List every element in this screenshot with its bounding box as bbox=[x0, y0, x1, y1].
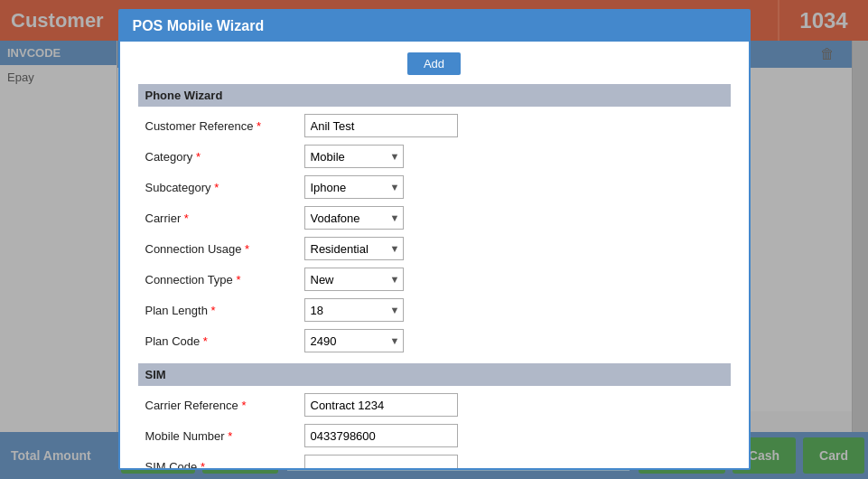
form-row-connection-usage: Connection Usage * Residential ▼ bbox=[138, 233, 731, 264]
modal-overlay: POS Mobile Wizard Add Phone Wizard Custo… bbox=[0, 0, 868, 479]
phone-wizard-form: Customer Reference * Category * bbox=[138, 110, 731, 356]
category-select[interactable]: Mobile bbox=[304, 145, 404, 168]
form-row-mobile-number: Mobile Number * bbox=[138, 420, 731, 451]
carrier-reference-input[interactable] bbox=[304, 393, 458, 417]
carrier-select-wrapper: Vodafone ▼ bbox=[304, 206, 404, 230]
field-plan-length: 18 ▼ bbox=[301, 295, 731, 325]
label-carrier: Carrier * bbox=[138, 202, 301, 233]
label-customer-reference: Customer Reference * bbox=[138, 110, 301, 141]
label-connection-usage: Connection Usage * bbox=[138, 233, 301, 264]
plan-length-select-wrapper: 18 ▼ bbox=[304, 298, 404, 322]
modal-body: Add Phone Wizard Customer Reference * Ca bbox=[120, 42, 749, 468]
connection-type-select[interactable]: New bbox=[304, 268, 404, 291]
label-carrier-reference: Carrier Reference * bbox=[138, 390, 301, 420]
modal-title: POS Mobile Wizard bbox=[120, 11, 749, 42]
label-sim-code: SIM Code * bbox=[138, 451, 301, 468]
form-row-plan-length: Plan Length * 18 ▼ bbox=[138, 295, 731, 325]
label-plan-code: Plan Code * bbox=[138, 325, 301, 356]
customer-reference-input[interactable] bbox=[304, 114, 458, 137]
subcategory-select-wrapper: Iphone ▼ bbox=[304, 175, 404, 199]
label-connection-type: Connection Type * bbox=[138, 264, 301, 295]
label-mobile-number: Mobile Number * bbox=[138, 420, 301, 451]
connection-usage-select[interactable]: Residential bbox=[304, 237, 404, 260]
form-row-subcategory: Subcategory * Iphone ▼ bbox=[138, 172, 731, 202]
plan-code-select[interactable]: 2490 bbox=[304, 329, 404, 352]
form-row-sim-code: SIM Code * bbox=[138, 451, 731, 468]
connection-usage-select-wrapper: Residential ▼ bbox=[304, 237, 404, 260]
sim-header: SIM bbox=[138, 363, 731, 386]
form-row-category: Category * Mobile ▼ bbox=[138, 141, 731, 172]
modal-add-btn-row: Add bbox=[138, 52, 731, 75]
field-carrier: Vodafone ▼ bbox=[301, 202, 731, 233]
field-connection-usage: Residential ▼ bbox=[301, 233, 731, 264]
connection-type-select-wrapper: New ▼ bbox=[304, 268, 404, 291]
modal-add-button[interactable]: Add bbox=[407, 52, 461, 75]
field-subcategory: Iphone ▼ bbox=[301, 172, 731, 202]
field-category: Mobile ▼ bbox=[301, 141, 731, 172]
carrier-select[interactable]: Vodafone bbox=[304, 206, 404, 230]
form-row-carrier: Carrier * Vodafone ▼ bbox=[138, 202, 731, 233]
form-row-carrier-reference: Carrier Reference * bbox=[138, 390, 731, 420]
sim-form: Carrier Reference * Mobile Number * bbox=[138, 390, 731, 468]
form-row-connection-type: Connection Type * New ▼ bbox=[138, 264, 731, 295]
mobile-number-input[interactable] bbox=[304, 424, 458, 447]
field-customer-reference bbox=[301, 110, 731, 141]
phone-wizard-header: Phone Wizard bbox=[138, 84, 731, 107]
label-category: Category * bbox=[138, 141, 301, 172]
required-star: * bbox=[257, 119, 261, 133]
form-row-customer-reference: Customer Reference * bbox=[138, 110, 731, 141]
sim-code-input[interactable] bbox=[304, 455, 458, 468]
category-select-wrapper: Mobile ▼ bbox=[304, 145, 404, 168]
label-subcategory: Subcategory * bbox=[138, 172, 301, 202]
plan-code-select-wrapper: 2490 ▼ bbox=[304, 329, 404, 352]
field-plan-code: 2490 ▼ bbox=[301, 325, 731, 356]
form-row-plan-code: Plan Code * 2490 ▼ bbox=[138, 325, 731, 356]
field-carrier-reference bbox=[301, 390, 731, 420]
field-mobile-number bbox=[301, 420, 731, 451]
field-connection-type: New ▼ bbox=[301, 264, 731, 295]
subcategory-select[interactable]: Iphone bbox=[304, 175, 404, 199]
field-sim-code bbox=[301, 451, 731, 468]
label-plan-length: Plan Length * bbox=[138, 295, 301, 325]
plan-length-select[interactable]: 18 bbox=[304, 298, 404, 322]
modal-dialog: POS Mobile Wizard Add Phone Wizard Custo… bbox=[118, 9, 751, 470]
